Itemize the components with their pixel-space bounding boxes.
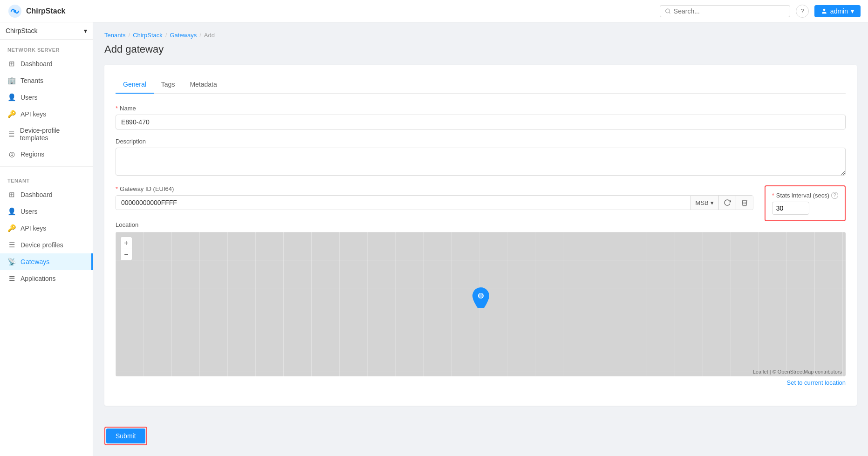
refresh-button[interactable] <box>718 196 736 210</box>
help-button[interactable]: ? <box>796 5 809 18</box>
sidebar-item-dashboard-tenant[interactable]: ⊞ Dashboard <box>0 186 93 203</box>
tenant-selector[interactable]: ChirpStack ▾ <box>0 22 93 40</box>
sidebar-item-label: Dashboard <box>21 191 53 198</box>
zoom-out-button[interactable]: − <box>120 249 132 261</box>
tabs: General Tags Metadata <box>116 76 846 94</box>
top-header: ChirpStack ? admin ▾ <box>0 0 868 22</box>
admin-label: admin <box>830 7 848 15</box>
tenant-section-label: Tenant <box>0 170 93 186</box>
svg-point-2 <box>665 9 670 13</box>
sidebar-item-label: Device-profile templates <box>20 127 85 142</box>
logo-icon <box>7 4 22 19</box>
applications-icon: ☰ <box>7 274 16 283</box>
gateway-id-field: * Gateway ID (EUI64) MSB ▾ <box>116 185 753 210</box>
users-tenant-icon: 👤 <box>7 207 16 216</box>
submit-button-wrap: Submit <box>104 427 147 445</box>
delete-button[interactable] <box>736 196 753 210</box>
dashboard-tenant-icon: ⊞ <box>7 191 16 199</box>
gateway-id-required-star: * <box>116 185 118 192</box>
admin-button[interactable]: admin ▾ <box>814 5 861 17</box>
set-location-button[interactable]: Set to current location <box>116 379 846 386</box>
search-box[interactable] <box>660 5 790 17</box>
regions-icon: ◎ <box>7 150 16 158</box>
form-card: General Tags Metadata * Name Description <box>104 65 857 406</box>
sidebar: ChirpStack ▾ Network Server ⊞ Dashboard … <box>0 22 93 456</box>
msb-dropdown[interactable]: MSB ▾ <box>690 196 718 210</box>
sidebar-item-api-keys-ns[interactable]: 🔑 API keys <box>0 106 93 123</box>
breadcrumb-sep1: / <box>129 32 130 39</box>
submit-button[interactable]: Submit <box>106 429 145 443</box>
stats-interval-input[interactable] <box>772 202 809 215</box>
refresh-icon <box>724 199 731 206</box>
map-background: + − Leaflet | © OpenStreetMap contribut <box>116 232 846 376</box>
breadcrumb-sep3: / <box>199 32 201 39</box>
tab-metadata[interactable]: Metadata <box>182 76 224 94</box>
description-input[interactable] <box>116 148 846 176</box>
sidebar-item-label: Users <box>21 208 38 215</box>
map-container[interactable]: + − Leaflet | © OpenStreetMap contribut <box>116 232 846 376</box>
description-field: Description <box>116 138 846 177</box>
sidebar-item-label: Gateways <box>21 258 49 265</box>
gateway-id-input-wrap: MSB ▾ <box>116 195 753 210</box>
gateway-id-col: * Gateway ID (EUI64) MSB ▾ <box>116 185 753 218</box>
device-profiles-icon: ☰ <box>7 241 16 249</box>
sidebar-item-dashboard-ns[interactable]: ⊞ Dashboard <box>0 55 93 72</box>
breadcrumb-tenants[interactable]: Tenants <box>104 32 126 39</box>
breadcrumb-chirpstack[interactable]: ChirpStack <box>133 32 163 39</box>
sidebar-item-label: Device profiles <box>21 241 63 249</box>
sidebar-item-api-keys-tenant[interactable]: 🔑 API keys <box>0 220 93 237</box>
gateways-icon: 📡 <box>7 258 16 266</box>
sidebar-item-label: Regions <box>21 150 44 158</box>
breadcrumb-add: Add <box>204 32 215 39</box>
msb-label: MSB <box>696 199 709 206</box>
sidebar-item-users-tenant[interactable]: 👤 Users <box>0 203 93 220</box>
tab-tags[interactable]: Tags <box>154 76 183 94</box>
user-icon <box>821 8 827 14</box>
network-server-section-label: Network Server <box>0 40 93 55</box>
logo: ChirpStack <box>7 4 101 19</box>
map-pin <box>472 287 489 312</box>
sidebar-item-applications[interactable]: ☰ Applications <box>0 270 93 287</box>
sidebar-item-tenants[interactable]: 🏢 Tenants <box>0 72 93 89</box>
svg-point-1 <box>14 10 16 13</box>
sidebar-item-label: Users <box>21 94 38 101</box>
admin-chevron-icon: ▾ <box>851 7 854 15</box>
sidebar-item-users-ns[interactable]: 👤 Users <box>0 89 93 106</box>
sidebar-item-device-profile-templates[interactable]: ☰ Device-profile templates <box>0 123 93 146</box>
sidebar-item-gateways[interactable]: 📡 Gateways <box>0 253 93 270</box>
sidebar-item-label: API keys <box>21 225 46 232</box>
sidebar-item-device-profiles[interactable]: ☰ Device profiles <box>0 237 93 253</box>
stats-interval-box: * Stats interval (secs) ? <box>765 185 846 221</box>
location-field: Location + − <box>116 221 846 386</box>
page-title: Add gateway <box>104 43 857 55</box>
name-input[interactable] <box>116 115 846 129</box>
sidebar-item-regions[interactable]: ◎ Regions <box>0 146 93 163</box>
sidebar-divider <box>0 166 93 167</box>
svg-point-3 <box>823 8 826 11</box>
gateway-id-input[interactable] <box>116 196 690 210</box>
logo-text: ChirpStack <box>26 7 65 15</box>
api-keys-ns-icon: 🔑 <box>7 110 16 118</box>
main-layout: ChirpStack ▾ Network Server ⊞ Dashboard … <box>0 22 868 456</box>
gateway-stats-row: * Gateway ID (EUI64) MSB ▾ <box>116 185 846 221</box>
search-icon <box>665 8 671 14</box>
stats-info-icon[interactable]: ? <box>831 192 838 199</box>
name-required-star: * <box>116 105 118 112</box>
tenant-selector-label: ChirpStack <box>6 27 37 34</box>
description-label: Description <box>116 138 846 145</box>
trash-icon <box>741 199 748 206</box>
breadcrumb-gateways[interactable]: Gateways <box>170 32 197 39</box>
api-keys-tenant-icon: 🔑 <box>7 224 16 232</box>
stats-required-star: * <box>772 192 774 199</box>
sidebar-item-label: Dashboard <box>21 60 53 68</box>
search-input[interactable] <box>674 7 785 15</box>
tab-general[interactable]: General <box>116 76 154 94</box>
tenants-icon: 🏢 <box>7 76 16 85</box>
sidebar-item-label: Applications <box>21 275 56 282</box>
location-label: Location <box>116 221 846 228</box>
stats-interval-label: * Stats interval (secs) ? <box>772 192 838 199</box>
map-attribution: Leaflet | © OpenStreetMap contributors <box>753 369 842 374</box>
zoom-in-button[interactable]: + <box>120 237 132 249</box>
content-area: Tenants / ChirpStack / Gateways / Add Ad… <box>93 22 868 456</box>
breadcrumb-sep2: / <box>165 32 167 39</box>
